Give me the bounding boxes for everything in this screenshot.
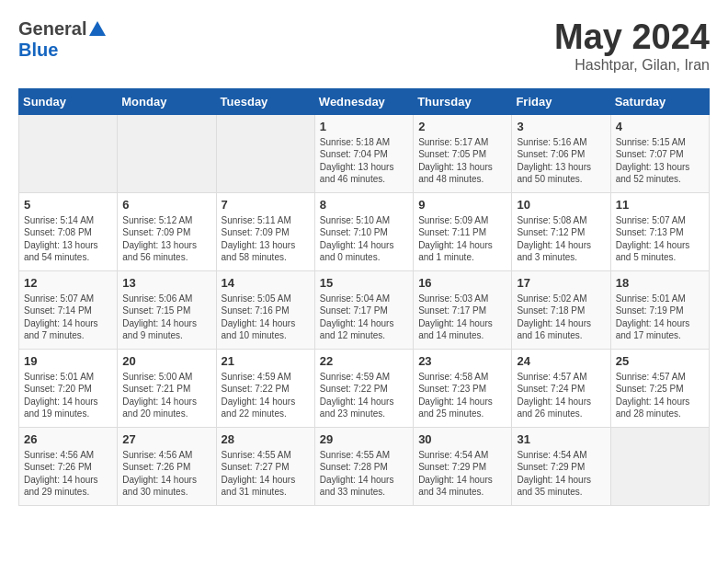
calendar-cell: 18Sunrise: 5:01 AM Sunset: 7:19 PM Dayli… — [610, 270, 709, 349]
cell-content: Sunrise: 4:57 AM Sunset: 7:24 PM Dayligh… — [517, 371, 605, 420]
calendar-cell: 5Sunrise: 5:14 AM Sunset: 7:08 PM Daylig… — [19, 192, 118, 270]
weekday-header: Wednesday — [314, 88, 413, 114]
day-number: 24 — [517, 354, 605, 368]
calendar-cell: 8Sunrise: 5:10 AM Sunset: 7:10 PM Daylig… — [314, 192, 413, 270]
weekday-header: Sunday — [19, 88, 118, 114]
cell-content: Sunrise: 4:59 AM Sunset: 7:22 PM Dayligh… — [222, 371, 310, 420]
calendar-cell: 4Sunrise: 5:15 AM Sunset: 7:07 PM Daylig… — [610, 114, 709, 192]
calendar-week-row: 1Sunrise: 5:18 AM Sunset: 7:04 PM Daylig… — [19, 114, 710, 192]
calendar-cell: 20Sunrise: 5:00 AM Sunset: 7:21 PM Dayli… — [118, 349, 216, 427]
cell-content: Sunrise: 4:57 AM Sunset: 7:25 PM Dayligh… — [616, 371, 704, 420]
cell-content: Sunrise: 4:55 AM Sunset: 7:27 PM Dayligh… — [222, 449, 310, 499]
logo-blue: Blue — [18, 40, 58, 60]
calendar-cell: 30Sunrise: 4:54 AM Sunset: 7:29 PM Dayli… — [414, 427, 512, 505]
calendar-cell — [216, 114, 314, 192]
cell-content: Sunrise: 5:02 AM Sunset: 7:18 PM Dayligh… — [517, 293, 605, 342]
day-number: 25 — [616, 354, 704, 368]
calendar-cell: 27Sunrise: 4:56 AM Sunset: 7:26 PM Dayli… — [118, 427, 216, 505]
cell-content: Sunrise: 5:18 AM Sunset: 7:04 PM Dayligh… — [320, 136, 408, 186]
svg-marker-0 — [89, 21, 106, 36]
calendar-cell — [118, 114, 216, 192]
weekday-header: Tuesday — [216, 88, 314, 114]
month-title: May 2024 — [554, 18, 710, 57]
cell-content: Sunrise: 5:07 AM Sunset: 7:13 PM Dayligh… — [616, 214, 704, 264]
logo-general: General — [18, 18, 86, 40]
day-number: 18 — [616, 276, 704, 290]
calendar-week-row: 12Sunrise: 5:07 AM Sunset: 7:14 PM Dayli… — [19, 270, 710, 349]
location-subtitle: Hashtpar, Gilan, Iran — [554, 57, 710, 74]
logo-icon — [87, 19, 108, 40]
day-number: 31 — [517, 432, 605, 446]
weekday-header: Monday — [118, 88, 216, 114]
calendar-header: SundayMondayTuesdayWednesdayThursdayFrid… — [19, 88, 710, 114]
calendar-cell: 12Sunrise: 5:07 AM Sunset: 7:14 PM Dayli… — [19, 270, 118, 349]
cell-content: Sunrise: 4:54 AM Sunset: 7:29 PM Dayligh… — [418, 449, 506, 499]
day-number: 2 — [418, 120, 506, 133]
calendar-cell: 11Sunrise: 5:07 AM Sunset: 7:13 PM Dayli… — [610, 192, 709, 270]
cell-content: Sunrise: 4:55 AM Sunset: 7:28 PM Dayligh… — [320, 449, 408, 499]
day-number: 11 — [616, 198, 704, 212]
cell-content: Sunrise: 5:03 AM Sunset: 7:17 PM Dayligh… — [418, 293, 506, 342]
day-number: 21 — [222, 354, 310, 368]
day-number: 30 — [418, 432, 506, 446]
cell-content: Sunrise: 5:15 AM Sunset: 7:07 PM Dayligh… — [616, 136, 704, 186]
calendar-cell: 9Sunrise: 5:09 AM Sunset: 7:11 PM Daylig… — [414, 192, 512, 270]
day-number: 13 — [122, 276, 210, 290]
cell-content: Sunrise: 5:01 AM Sunset: 7:19 PM Dayligh… — [616, 293, 704, 342]
day-number: 28 — [222, 432, 310, 446]
day-number: 15 — [320, 276, 408, 290]
day-number: 19 — [24, 354, 112, 368]
calendar-cell: 14Sunrise: 5:05 AM Sunset: 7:16 PM Dayli… — [216, 270, 314, 349]
day-number: 3 — [517, 120, 605, 133]
calendar-cell: 25Sunrise: 4:57 AM Sunset: 7:25 PM Dayli… — [610, 349, 709, 427]
day-number: 29 — [320, 432, 408, 446]
cell-content: Sunrise: 5:14 AM Sunset: 7:08 PM Dayligh… — [24, 214, 112, 264]
day-number: 16 — [418, 276, 506, 290]
calendar-cell: 13Sunrise: 5:06 AM Sunset: 7:15 PM Dayli… — [118, 270, 216, 349]
calendar-week-row: 5Sunrise: 5:14 AM Sunset: 7:08 PM Daylig… — [19, 192, 710, 270]
cell-content: Sunrise: 5:01 AM Sunset: 7:20 PM Dayligh… — [24, 371, 112, 420]
calendar-week-row: 26Sunrise: 4:56 AM Sunset: 7:26 PM Dayli… — [19, 427, 710, 505]
cell-content: Sunrise: 5:08 AM Sunset: 7:12 PM Dayligh… — [517, 214, 605, 264]
calendar-cell: 22Sunrise: 4:59 AM Sunset: 7:22 PM Dayli… — [314, 349, 413, 427]
calendar-cell: 17Sunrise: 5:02 AM Sunset: 7:18 PM Dayli… — [512, 270, 610, 349]
cell-content: Sunrise: 4:54 AM Sunset: 7:29 PM Dayligh… — [517, 449, 605, 499]
day-number: 12 — [24, 276, 112, 290]
day-number: 26 — [24, 432, 112, 446]
weekday-header: Friday — [512, 88, 610, 114]
day-number: 10 — [517, 198, 605, 212]
calendar-cell: 2Sunrise: 5:17 AM Sunset: 7:05 PM Daylig… — [414, 114, 512, 192]
title-block: May 2024 Hashtpar, Gilan, Iran — [554, 18, 710, 74]
weekday-header: Thursday — [414, 88, 512, 114]
cell-content: Sunrise: 5:04 AM Sunset: 7:17 PM Dayligh… — [320, 293, 408, 342]
cell-content: Sunrise: 4:58 AM Sunset: 7:23 PM Dayligh… — [418, 371, 506, 420]
calendar-cell: 24Sunrise: 4:57 AM Sunset: 7:24 PM Dayli… — [512, 349, 610, 427]
day-number: 27 — [122, 432, 210, 446]
day-number: 4 — [616, 120, 704, 133]
calendar-table: SundayMondayTuesdayWednesdayThursdayFrid… — [18, 88, 710, 506]
calendar-cell: 7Sunrise: 5:11 AM Sunset: 7:09 PM Daylig… — [216, 192, 314, 270]
day-number: 7 — [222, 198, 310, 212]
calendar-cell: 3Sunrise: 5:16 AM Sunset: 7:06 PM Daylig… — [512, 114, 610, 192]
cell-content: Sunrise: 5:16 AM Sunset: 7:06 PM Dayligh… — [517, 136, 605, 186]
calendar-week-row: 19Sunrise: 5:01 AM Sunset: 7:20 PM Dayli… — [19, 349, 710, 427]
calendar-cell: 10Sunrise: 5:08 AM Sunset: 7:12 PM Dayli… — [512, 192, 610, 270]
day-number: 5 — [24, 198, 112, 212]
day-number: 9 — [418, 198, 506, 212]
day-number: 14 — [222, 276, 310, 290]
calendar-cell: 15Sunrise: 5:04 AM Sunset: 7:17 PM Dayli… — [314, 270, 413, 349]
cell-content: Sunrise: 5:17 AM Sunset: 7:05 PM Dayligh… — [418, 136, 506, 186]
calendar-cell: 23Sunrise: 4:58 AM Sunset: 7:23 PM Dayli… — [414, 349, 512, 427]
cell-content: Sunrise: 5:05 AM Sunset: 7:16 PM Dayligh… — [222, 293, 310, 342]
calendar-cell — [610, 427, 709, 505]
calendar-cell: 19Sunrise: 5:01 AM Sunset: 7:20 PM Dayli… — [19, 349, 118, 427]
calendar-body: 1Sunrise: 5:18 AM Sunset: 7:04 PM Daylig… — [19, 114, 710, 505]
cell-content: Sunrise: 5:12 AM Sunset: 7:09 PM Dayligh… — [122, 214, 210, 264]
logo: General Blue — [18, 18, 108, 61]
day-number: 22 — [320, 354, 408, 368]
page-header: General Blue May 2024 Hashtpar, Gilan, I… — [18, 18, 710, 74]
weekday-header: Saturday — [610, 88, 709, 114]
calendar-cell: 26Sunrise: 4:56 AM Sunset: 7:26 PM Dayli… — [19, 427, 118, 505]
day-number: 1 — [320, 120, 408, 133]
cell-content: Sunrise: 4:59 AM Sunset: 7:22 PM Dayligh… — [320, 371, 408, 420]
